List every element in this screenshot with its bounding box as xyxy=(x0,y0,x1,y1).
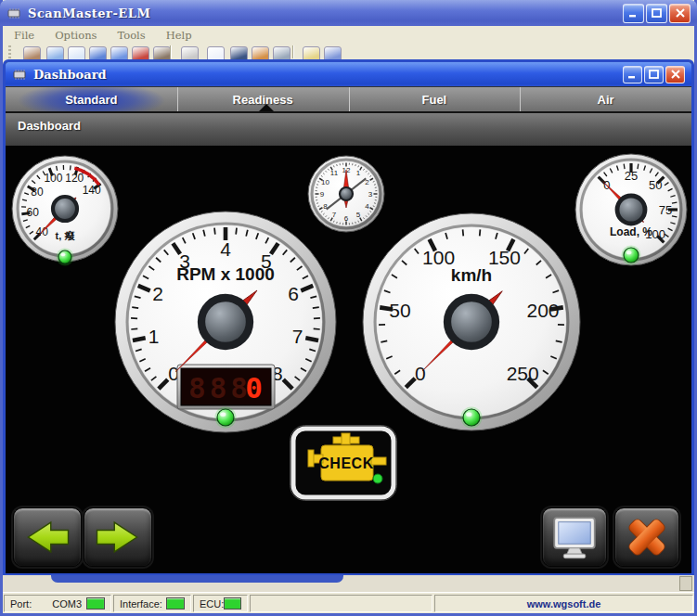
svg-text:100: 100 xyxy=(44,172,62,185)
coolant-temp-gauge: 406080100120140t, 癈 xyxy=(12,156,118,266)
interface-status-led xyxy=(166,597,185,610)
statusbar-website-panel: www.wgsoft.de xyxy=(434,595,693,612)
svg-text:7: 7 xyxy=(292,326,303,347)
statusbar-empty-panel xyxy=(250,595,432,612)
maximize-button[interactable] xyxy=(646,4,667,23)
svg-text:1: 1 xyxy=(148,326,160,347)
statusbar-port-panel: Port: COM3 xyxy=(4,595,111,612)
next-page-button[interactable] xyxy=(84,507,152,567)
right-arrow-icon xyxy=(90,515,146,559)
dashboard-minimize-button[interactable] xyxy=(623,66,642,83)
monitor-icon xyxy=(548,513,601,561)
svg-text:140: 140 xyxy=(83,184,101,197)
menu-file[interactable]: File xyxy=(14,29,34,42)
tabbar: Standard Readiness Fuel Air xyxy=(6,86,691,111)
dashboard-chip-icon xyxy=(11,68,28,81)
mdi-background-strip xyxy=(3,575,694,592)
close-button[interactable] xyxy=(669,4,691,23)
statusbar-ecu-panel: ECU: xyxy=(193,595,248,612)
toolbar-icon-13[interactable] xyxy=(303,46,320,59)
ecu-status-led xyxy=(224,597,241,610)
dashboard-close-button[interactable] xyxy=(665,66,685,83)
speed-gauge: 050100150200250km/h xyxy=(363,213,580,430)
rpm-gauge: 012345678RPM x 10008880 xyxy=(115,212,336,432)
toolbar-separator xyxy=(170,45,172,58)
svg-text:80: 80 xyxy=(31,186,44,199)
scrollbar-nub[interactable] xyxy=(679,576,692,591)
svg-text:75: 75 xyxy=(659,203,672,217)
svg-text:0: 0 xyxy=(415,363,426,384)
dashboard-panel: 406080100120140t, 癈121234567891011025507… xyxy=(6,146,691,573)
minimize-button[interactable] xyxy=(623,4,644,23)
statusbar: Port: COM3 Interface: ECU: www.wgsoft.de xyxy=(3,592,694,614)
menubar: File Options Tools Help xyxy=(3,26,694,45)
svg-text:9: 9 xyxy=(320,190,325,199)
check-engine-label: CHECK xyxy=(318,456,373,471)
svg-text:5: 5 xyxy=(356,211,361,219)
clock-gauge: 121234567891011 xyxy=(308,156,384,232)
svg-text:2: 2 xyxy=(152,283,163,304)
tab-fuel[interactable]: Fuel xyxy=(349,87,521,111)
svg-text:RPM x 1000: RPM x 1000 xyxy=(176,264,275,284)
statusbar-interface-panel: Interface: xyxy=(113,595,191,612)
toolbar-icon-7[interactable] xyxy=(153,46,171,59)
toolbar-icon-3[interactable] xyxy=(68,46,85,59)
svg-text:3: 3 xyxy=(368,190,373,199)
dashboard-title: Dashboard xyxy=(33,68,107,82)
toolbar-separator xyxy=(292,45,294,58)
close-x-icon xyxy=(620,513,674,561)
display-mode-button[interactable] xyxy=(542,507,607,567)
svg-text:10: 10 xyxy=(321,178,329,186)
website-link[interactable]: www.wgsoft.de xyxy=(527,598,601,610)
toolbar-icon-5[interactable] xyxy=(110,46,128,59)
toolbar-icon-8[interactable] xyxy=(181,46,199,59)
toolbar-icon-9[interactable] xyxy=(207,46,225,59)
svg-text:888: 888 xyxy=(188,371,252,404)
svg-text:120: 120 xyxy=(65,172,84,185)
toolbar-icon-12[interactable] xyxy=(273,46,290,59)
svg-text:6: 6 xyxy=(344,214,349,223)
toolbar-icon-6[interactable] xyxy=(132,46,149,59)
tab-air[interactable]: Air xyxy=(520,87,691,111)
engine-load-gauge: 0255075100Load, % xyxy=(575,154,687,265)
ecu-label: ECU: xyxy=(200,598,224,610)
exit-button[interactable] xyxy=(614,507,679,567)
main-titlebar: ScanMaster-ELM xyxy=(0,0,697,26)
dashboard-titlebar: Dashboard xyxy=(6,62,691,86)
toolbar-icon-11[interactable] xyxy=(252,46,269,59)
port-status-led xyxy=(86,597,105,610)
menu-help[interactable]: Help xyxy=(166,29,192,42)
svg-text:11: 11 xyxy=(330,169,339,177)
window-bottom-edge xyxy=(51,575,343,583)
toolbar-icon-2[interactable] xyxy=(46,46,64,59)
check-engine-indicator: CHECK xyxy=(290,425,397,501)
toolbar xyxy=(3,44,694,59)
toolbar-icon-14[interactable] xyxy=(324,46,342,59)
scanmaster-app: ScanMaster-ELM File Options Tools Help xyxy=(0,0,697,616)
svg-text:4: 4 xyxy=(365,202,369,211)
rpm-gauge-digital-value: 0 xyxy=(245,371,263,404)
port-value: COM3 xyxy=(52,598,82,610)
svg-text:250: 250 xyxy=(507,363,539,384)
svg-text:Load, %: Load, % xyxy=(610,225,652,238)
toolbar-grip xyxy=(8,45,11,58)
toolbar-icon-4[interactable] xyxy=(89,46,107,59)
dashboard-maximize-button[interactable] xyxy=(644,66,664,83)
svg-text:t, 癈: t, 癈 xyxy=(56,230,76,241)
app-title: ScanMaster-ELM xyxy=(28,6,150,20)
check-engine-led xyxy=(373,474,382,483)
svg-text:25: 25 xyxy=(625,169,638,183)
toolbar-icon-10[interactable] xyxy=(230,46,248,59)
prev-page-button[interactable] xyxy=(13,507,82,567)
svg-text:1: 1 xyxy=(356,169,361,177)
svg-text:4: 4 xyxy=(220,238,231,260)
toolbar-icon-1[interactable] xyxy=(23,46,41,59)
menu-options[interactable]: Options xyxy=(55,29,97,42)
port-label: Port: xyxy=(10,598,32,610)
tab-standard[interactable]: Standard xyxy=(6,87,177,111)
svg-text:km/h: km/h xyxy=(451,265,492,285)
svg-text:150: 150 xyxy=(488,247,521,268)
svg-text:7: 7 xyxy=(332,211,337,219)
menu-tools[interactable]: Tools xyxy=(117,29,145,42)
section-header: Dashboard xyxy=(6,111,691,146)
